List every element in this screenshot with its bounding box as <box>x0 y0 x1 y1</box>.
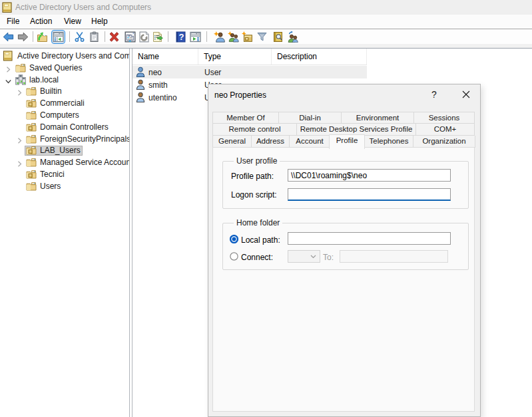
chevron-down-icon[interactable] <box>5 77 11 83</box>
new-ou-button[interactable] <box>242 31 253 43</box>
new-group-button[interactable] <box>228 31 239 43</box>
cut-button[interactable] <box>74 31 85 43</box>
up-one-level-button[interactable] <box>37 31 48 43</box>
dialog-help-button[interactable]: ? <box>425 86 443 102</box>
help-icon: ? <box>175 31 186 43</box>
menu-action[interactable]: Action <box>30 17 52 26</box>
tab-row-1: Member Of Dial-in Environment Sessions <box>212 112 475 124</box>
tree-item-domain-controllers[interactable]: Domain Controllers <box>0 121 129 133</box>
paste-button[interactable] <box>89 31 100 43</box>
profile-path-input[interactable] <box>288 169 451 182</box>
tab-member-of[interactable]: Member Of <box>212 112 279 124</box>
svg-text:?: ? <box>179 32 184 42</box>
new-user-button[interactable] <box>214 31 225 43</box>
back-arrow-icon <box>3 31 14 43</box>
tab-profile[interactable]: Profile <box>329 134 365 149</box>
tab-remote-control[interactable]: Remote control <box>212 124 297 136</box>
tree-item-managed-service-accounts[interactable]: Managed Service Accounts <box>0 156 129 168</box>
column-header-description[interactable]: Description <box>272 49 367 65</box>
export-list-button[interactable] <box>152 31 163 43</box>
folder-icon <box>26 134 37 144</box>
paste-icon <box>89 31 100 43</box>
window-titlebar: Active Directory Users and Computers <box>0 0 532 15</box>
column-header-name[interactable]: Name <box>133 49 198 65</box>
tree-item-builtin[interactable]: Builtin <box>0 85 129 97</box>
tab-com-plus[interactable]: COM+ <box>416 124 475 136</box>
tab-sessions[interactable]: Sessions <box>414 112 475 124</box>
chevron-right-icon[interactable] <box>17 160 23 166</box>
column-header-type[interactable]: Type <box>198 49 272 65</box>
tab-organization[interactable]: Organization <box>413 136 475 148</box>
menu-bar: File Action View Help <box>0 15 532 29</box>
chevron-right-icon[interactable] <box>17 136 23 142</box>
show-action-pane-button[interactable] <box>190 31 201 43</box>
properties-icon <box>125 31 136 43</box>
back-button[interactable] <box>3 31 14 43</box>
tree-item-lab-local[interactable]: lab.local <box>0 74 129 86</box>
tab-environment[interactable]: Environment <box>342 112 414 124</box>
local-path-input[interactable] <box>288 232 451 245</box>
toolbar-lower-strip <box>0 44 532 49</box>
tree-item-saved-queries[interactable]: Saved Queries <box>0 62 129 74</box>
tree-item-commerciali[interactable]: Commerciali <box>0 97 129 109</box>
new-user-icon <box>214 31 225 43</box>
filter-icon <box>256 31 268 43</box>
header-bottom-line <box>133 65 367 65</box>
up-one-level-icon <box>37 31 48 43</box>
tab-address[interactable]: Address <box>252 136 290 148</box>
toolbar-separator <box>33 31 33 42</box>
list-row-neo[interactable]: neoUser <box>133 66 367 78</box>
window-title: Active Directory Users and Computers <box>15 3 151 12</box>
home-folder-legend: Home folder <box>234 218 282 227</box>
user-profile-legend: User profile <box>234 156 280 166</box>
tree-item-computers[interactable]: Computers <box>0 109 129 121</box>
delete-button[interactable] <box>109 31 120 43</box>
cut-icon <box>74 31 85 43</box>
local-path-radio[interactable] <box>230 235 238 243</box>
find-button[interactable] <box>272 31 284 43</box>
set-group-icon <box>287 31 298 43</box>
connect-to-input[interactable] <box>340 250 448 263</box>
tree-item-active-directory-users-and-com[interactable]: Active Directory Users and Com <box>0 50 129 62</box>
tree-item-foreignsecurityprincipals[interactable]: ForeignSecurityPrincipals <box>0 133 129 145</box>
export-list-icon <box>152 31 163 43</box>
delete-icon <box>109 31 120 43</box>
profile-path-label: Profile path: <box>231 172 274 181</box>
logon-script-label: Logon script: <box>231 190 277 200</box>
tab-dial-in[interactable]: Dial-in <box>279 112 342 124</box>
toolbar-separator <box>69 31 70 42</box>
folder-icon <box>26 110 37 120</box>
tree-item-lab-users[interactable]: LAB_Users <box>0 144 129 156</box>
menu-file[interactable]: File <box>7 17 19 26</box>
tab-account[interactable]: Account <box>290 136 330 148</box>
connect-radio[interactable] <box>230 252 238 261</box>
dialog-close-button[interactable] <box>456 86 476 102</box>
properties-button[interactable] <box>125 31 136 43</box>
tab-row-3: General Address Account Profile Telephon… <box>212 136 475 148</box>
profile-tab-page: User profile Profile path: Logon script:… <box>212 147 475 412</box>
help-button[interactable]: ? <box>175 31 186 43</box>
filter-button[interactable] <box>256 31 268 43</box>
toolbar: ? <box>0 29 532 44</box>
folder-icon <box>26 181 37 192</box>
set-group-button[interactable] <box>287 31 298 43</box>
chevron-right-icon[interactable] <box>5 65 11 71</box>
close-icon <box>462 90 470 98</box>
domain-icon <box>15 74 26 85</box>
tab-general[interactable]: General <box>212 136 252 148</box>
user-profile-groupbox: User profile <box>222 161 469 209</box>
drive-letter-dropdown[interactable] <box>288 250 320 263</box>
tree-item-tecnici[interactable]: Tecnici <box>0 168 129 180</box>
logon-script-input[interactable] <box>288 188 451 201</box>
menu-view[interactable]: View <box>64 17 81 26</box>
refresh-button[interactable] <box>138 31 150 43</box>
tab-telephones[interactable]: Telephones <box>365 136 413 148</box>
show-console-tree-button[interactable] <box>51 30 65 44</box>
chevron-right-icon[interactable] <box>17 88 23 94</box>
forward-button[interactable] <box>17 31 29 43</box>
tree-item-users[interactable]: Users <box>0 180 129 192</box>
connect-label: Connect: <box>241 253 273 262</box>
menu-help[interactable]: Help <box>91 17 108 26</box>
ou-folder-icon <box>26 169 37 180</box>
find-icon <box>272 31 284 43</box>
